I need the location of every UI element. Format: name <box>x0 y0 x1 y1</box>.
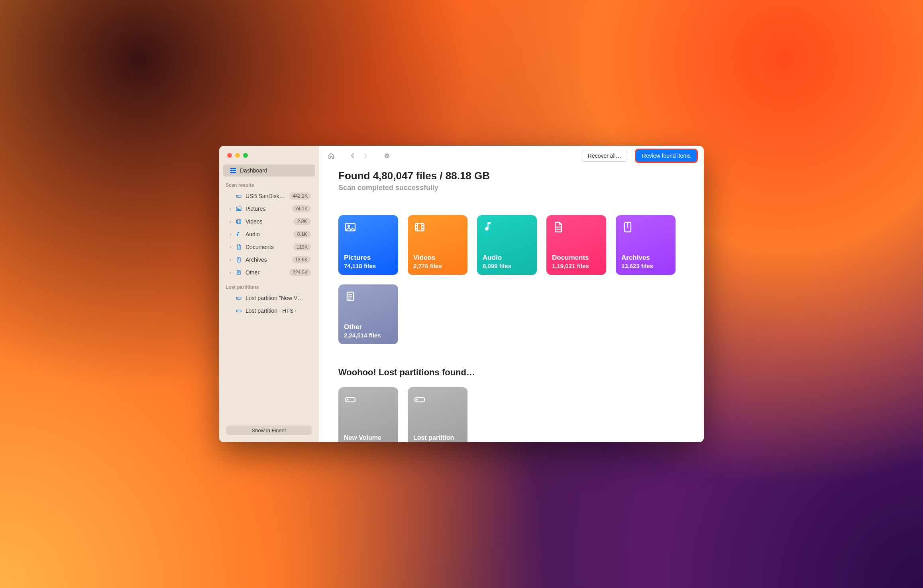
chevron-right-icon[interactable]: › <box>230 219 234 224</box>
card-title: Other <box>344 323 393 331</box>
minimize-window-button[interactable] <box>235 153 240 158</box>
sidebar-item-dashboard[interactable]: Dashboard <box>223 165 315 176</box>
scan-complete-check-icon <box>382 151 392 161</box>
sidebar-item-lost-partition-2[interactable]: Lost partition - HFS+ <box>223 305 315 317</box>
sidebar-item-lost-partition-1[interactable]: Lost partition "New V… <box>223 292 315 304</box>
sidebar-item-pictures[interactable]: › Pictures 74.1K <box>223 203 315 215</box>
document-icon <box>235 244 242 250</box>
show-in-finder-button[interactable]: Show in Finder <box>226 425 312 435</box>
archive-icon <box>621 221 634 233</box>
review-found-items-button[interactable]: Review found items <box>636 150 697 162</box>
content-area: Found 4,80,047 files / 88.18 GB Scan com… <box>319 166 704 442</box>
svg-point-10 <box>237 311 238 311</box>
chevron-right-icon[interactable]: › <box>230 232 234 237</box>
image-icon <box>235 206 242 212</box>
card-audio[interactable]: Audio 8,099 files <box>477 215 537 275</box>
sidebar-item-count: 74.1K <box>292 205 311 212</box>
drive-icon <box>413 393 462 407</box>
card-title: Pictures <box>344 254 393 262</box>
film-icon <box>235 218 242 225</box>
sidebar-item-label: Archives <box>245 257 267 263</box>
svg-point-20 <box>416 399 417 400</box>
svg-rect-4 <box>237 220 241 223</box>
chevron-right-icon[interactable]: › <box>230 206 234 211</box>
window-traffic-lights <box>219 153 319 158</box>
svg-point-3 <box>238 208 238 209</box>
sidebar-item-label: Lost partition - HFS+ <box>245 308 297 314</box>
svg-point-13 <box>348 225 350 227</box>
sidebar-section-lost-partitions: Lost partitions <box>219 279 319 292</box>
sidebar-item-videos[interactable]: › Videos 2.8K <box>223 216 315 227</box>
svg-point-18 <box>347 399 348 400</box>
summary-subtitle: Scan completed successfully <box>338 184 685 192</box>
home-button[interactable] <box>326 151 336 161</box>
card-count: 2,776 files <box>413 263 462 269</box>
lost-partitions-heading: Woohoo! Lost partitions found… <box>338 367 685 378</box>
music-note-icon <box>235 231 242 237</box>
chevron-right-icon[interactable]: › <box>230 257 234 262</box>
back-button[interactable] <box>348 151 357 161</box>
other-file-icon <box>344 290 357 303</box>
sidebar-item-count: 8.1K <box>293 231 311 238</box>
app-window: Dashboard Scan results USB SanDisk… 442.… <box>219 146 704 442</box>
button-label: Review found items <box>642 153 691 159</box>
document-icon <box>552 221 565 233</box>
sidebar-item-label: Pictures <box>245 206 266 212</box>
sidebar-item-count: 2.8K <box>293 218 311 225</box>
main-panel: Recover all… Review found items Found 4,… <box>319 146 704 442</box>
archive-icon <box>235 257 242 263</box>
drive-icon <box>235 193 242 199</box>
card-count: 2,24,514 files <box>344 332 393 339</box>
drive-icon <box>344 393 393 407</box>
card-title: Archives <box>621 254 670 262</box>
card-title: New Volume <box>344 434 393 441</box>
sidebar-item-usb[interactable]: USB SanDisk… 442.2K <box>223 190 315 202</box>
sidebar-item-documents[interactable]: › Documents 119K <box>223 241 315 253</box>
sidebar-item-count: 13.6K <box>292 256 311 263</box>
other-file-icon <box>235 269 242 276</box>
sidebar-item-other[interactable]: › Other 224.5K <box>223 267 315 278</box>
dashboard-icon <box>230 168 237 173</box>
card-title: Documents <box>552 254 601 262</box>
sidebar: Dashboard Scan results USB SanDisk… 442.… <box>219 146 319 442</box>
sidebar-item-label: Other <box>245 269 259 276</box>
fullscreen-window-button[interactable] <box>243 153 248 158</box>
drive-icon <box>235 295 242 301</box>
sidebar-item-label: Documents <box>245 244 274 250</box>
partition-card-lost-partition[interactable]: Lost partition <box>408 387 467 442</box>
partition-cards: New Volume Lost partition <box>338 387 685 442</box>
sidebar-item-label: USB SanDisk… <box>245 193 285 199</box>
sidebar-item-label: Lost partition "New V… <box>245 295 303 301</box>
card-videos[interactable]: Videos 2,776 files <box>408 215 467 275</box>
summary-title: Found 4,80,047 files / 88.18 GB <box>338 170 685 182</box>
card-pictures[interactable]: Pictures 74,118 files <box>338 215 398 275</box>
card-count: 8,099 files <box>483 263 531 269</box>
chevron-right-icon[interactable]: › <box>230 270 234 275</box>
forward-button[interactable] <box>361 151 370 161</box>
svg-point-8 <box>237 298 238 298</box>
chevron-right-icon[interactable]: › <box>230 245 234 249</box>
recover-all-button[interactable]: Recover all… <box>582 150 627 162</box>
sidebar-item-audio[interactable]: › Audio 8.1K <box>223 228 315 240</box>
card-other[interactable]: Other 2,24,514 files <box>338 284 398 344</box>
svg-point-1 <box>237 196 238 196</box>
svg-point-11 <box>385 153 389 158</box>
card-archives[interactable]: Archives 13,623 files <box>616 215 676 275</box>
close-window-button[interactable] <box>227 153 232 158</box>
toolbar: Recover all… Review found items <box>319 146 704 166</box>
sidebar-item-archives[interactable]: › Archives 13.6K <box>223 254 315 266</box>
sidebar-item-label: Videos <box>245 218 263 225</box>
category-cards: Pictures 74,118 files Videos 2,776 files… <box>338 215 685 344</box>
partition-card-new-volume[interactable]: New Volume <box>338 387 398 442</box>
button-label: Recover all… <box>588 153 621 159</box>
card-title: Lost partition <box>413 434 462 441</box>
image-icon <box>344 221 357 233</box>
sidebar-item-count: 119K <box>293 243 311 251</box>
card-count: 74,118 files <box>344 263 393 269</box>
card-documents[interactable]: Documents 1,19,021 files <box>546 215 606 275</box>
card-title: Audio <box>483 254 531 262</box>
music-note-icon <box>483 221 495 233</box>
sidebar-section-scan-results: Scan results <box>219 177 319 190</box>
drive-icon <box>235 308 242 314</box>
card-title: Videos <box>413 254 462 262</box>
